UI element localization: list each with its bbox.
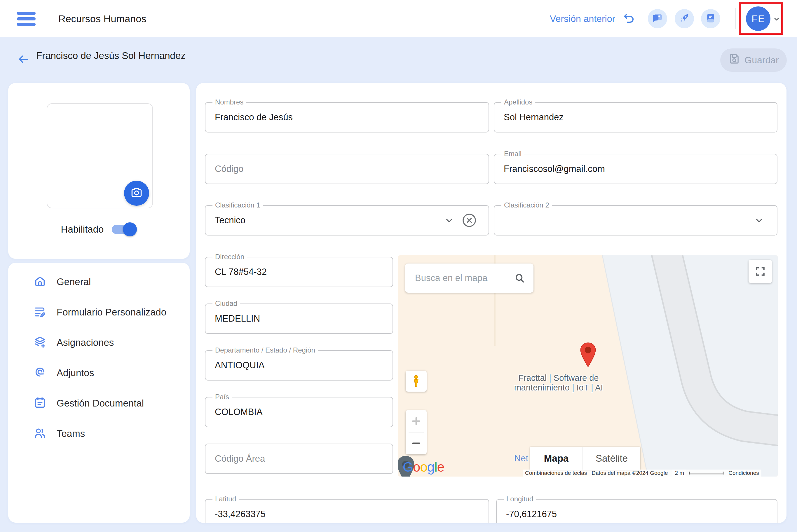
previous-version-link[interactable]: Versión anterior [550, 0, 615, 37]
top-bar: Recursos Humanos Versión anterior [0, 0, 797, 37]
zoom-in-button[interactable] [406, 410, 427, 432]
direccion-field[interactable]: Dirección CL 78#54-32 [205, 257, 393, 287]
people-icon [33, 426, 47, 441]
pegman-icon [410, 375, 422, 387]
sidebar-item-asignaciones[interactable]: Asignaciones [8, 327, 190, 358]
breadcrumb-person-name: Francisco de Jesús Sol Hernandez [36, 50, 186, 61]
apellidos-label: Apellidos [501, 98, 535, 106]
street-view-pegman-button[interactable] [406, 370, 427, 392]
map-place-label-partial: Net [514, 453, 528, 464]
page: Recursos Humanos Versión anterior [0, 0, 797, 532]
notes-icon [705, 12, 717, 25]
sidebar-item-teams[interactable]: Teams [8, 418, 190, 449]
zoom-out-button[interactable] [406, 433, 427, 454]
sidebar-item-label: Gestión Documental [57, 398, 144, 409]
map-attribution-bar: Combinaciones de teclas Datos del mapa ©… [398, 470, 778, 477]
topbar-divider [736, 8, 736, 29]
document-card-icon [33, 396, 47, 411]
pais-label: País [212, 393, 232, 401]
clasificacion2-label: Clasificación 2 [501, 201, 552, 209]
email-label: Email [501, 150, 524, 158]
map-search-box[interactable]: Busca en el mapa [405, 264, 533, 293]
latitud-field[interactable]: Latitud -33,4263375 [205, 499, 489, 523]
email-field[interactable]: Email Franciscosol@gmail.com [494, 154, 777, 184]
save-icon [728, 53, 740, 68]
latitud-label: Latitud [212, 495, 239, 503]
ciudad-label: Ciudad [212, 299, 240, 308]
ai-chat-button[interactable] [648, 9, 667, 28]
longitud-field[interactable]: Longitud -70,6121675 [496, 499, 777, 523]
map-data-attribution: Datos del mapa ©2024 Google [589, 470, 670, 477]
map-search-input[interactable]: Busca en el mapa [405, 273, 514, 283]
paperclip-icon [33, 366, 47, 380]
clasificacion2-select[interactable]: Clasificación 2 [494, 205, 777, 235]
hamburger-menu-icon[interactable] [17, 12, 36, 26]
map-type-map-button[interactable]: Mapa [530, 447, 583, 470]
sidebar-item-label: Teams [57, 428, 85, 439]
fullscreen-icon [755, 266, 766, 277]
nombres-label: Nombres [212, 98, 246, 106]
save-button[interactable]: Guardar [720, 49, 787, 72]
user-avatar[interactable]: FE [746, 6, 771, 31]
main-form-card: Nombres Francisco de Jesús Apellidos Sol… [196, 83, 786, 523]
undo-icon[interactable] [621, 12, 635, 27]
departamento-field[interactable]: Departamento / Estado / Región ANTIOQUIA [205, 350, 393, 381]
departamento-label: Departamento / Estado / Región [212, 346, 318, 354]
codigo-field[interactable]: Código [205, 154, 489, 184]
direccion-label: Dirección [212, 253, 247, 261]
terms-link[interactable]: Condiciones [726, 470, 761, 477]
sidebar-item-label: Asignaciones [57, 337, 114, 348]
sidebar-item-label: Formulario Personalizado [57, 307, 166, 318]
rocket-icon [679, 12, 690, 25]
notes-button[interactable] [701, 9, 720, 28]
clasificacion1-clear-button[interactable] [461, 206, 477, 235]
map-zoom-control [406, 410, 427, 454]
clasificacion2-chevron-down-icon[interactable] [754, 206, 764, 235]
camera-icon [130, 186, 143, 200]
sidebar-item-label: General [57, 277, 91, 287]
layers-plus-icon [33, 335, 47, 350]
map-type-satellite-button[interactable]: Satélite [583, 447, 640, 470]
nombres-field[interactable]: Nombres Francisco de Jesús [205, 102, 489, 132]
ciudad-field[interactable]: Ciudad MEDELLIN [205, 304, 393, 334]
profile-photo-card: Habilitado [8, 83, 190, 259]
ai-chat-icon [652, 12, 663, 25]
clasificacion1-label: Clasificación 1 [212, 201, 263, 209]
section-menu-card: General Formulario Personalizado [8, 263, 190, 522]
apellidos-field[interactable]: Apellidos Sol Hernandez [494, 102, 777, 132]
launcher-button[interactable] [675, 9, 694, 28]
avatar-chevron-down-icon[interactable] [773, 15, 780, 24]
scale-bar-icon [689, 471, 724, 475]
save-label: Guardar [744, 55, 779, 66]
google-map[interactable]: Fracttal | Software de mantenimiento | I… [398, 255, 778, 477]
search-icon[interactable] [514, 272, 533, 284]
map-marker-label: Fracttal | Software de mantenimiento | I… [509, 373, 608, 393]
sidebar-item-adjuntos[interactable]: Adjuntos [8, 358, 190, 388]
sidebar-item-formulario-personalizado[interactable]: Formulario Personalizado [8, 297, 190, 327]
back-button[interactable] [16, 53, 30, 66]
sidebar-item-label: Adjuntos [57, 367, 94, 379]
map-scale: 2 m [670, 470, 726, 477]
home-icon [33, 274, 47, 289]
map-fullscreen-button[interactable] [748, 260, 772, 283]
minus-icon [411, 438, 421, 448]
keyboard-shortcuts-link[interactable]: Combinaciones de teclas [523, 470, 589, 477]
clasificacion1-select[interactable]: Clasificación 1 Tecnico [205, 205, 489, 235]
enabled-label: Habilitado [61, 224, 104, 235]
enabled-toggle[interactable] [112, 222, 137, 236]
upload-photo-button[interactable] [124, 180, 149, 206]
codigo-area-field[interactable]: Código Área [205, 443, 393, 474]
app-title: Recursos Humanos [58, 0, 147, 37]
custom-form-icon [33, 305, 47, 320]
map-type-control: Mapa Satélite [530, 447, 640, 470]
sidebar-item-general[interactable]: General [8, 267, 190, 297]
plus-icon [411, 416, 421, 426]
sidebar-item-gestion-documental[interactable]: Gestión Documental [8, 388, 190, 418]
clasificacion1-chevron-down-icon[interactable] [444, 206, 454, 235]
map-marker-icon[interactable] [579, 342, 597, 370]
pais-field[interactable]: País COLOMBIA [205, 397, 393, 427]
longitud-label: Longitud [504, 495, 536, 503]
